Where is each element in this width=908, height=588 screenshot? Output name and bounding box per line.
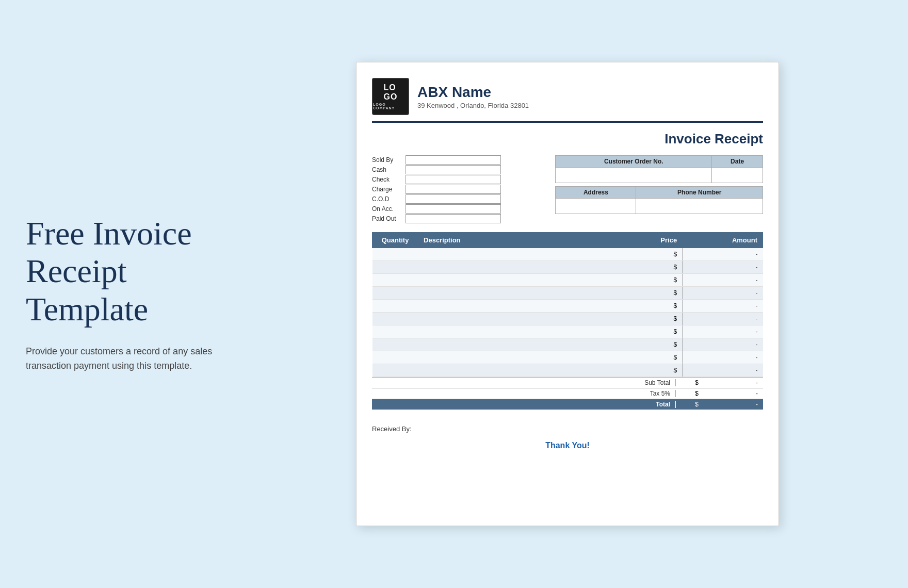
table-row[interactable]: $ - [372,338,763,351]
col-date: Date [712,156,763,168]
table-row[interactable]: $ - [372,287,763,300]
input-onacc[interactable] [406,204,501,214]
total-dollar: $ [675,401,701,408]
table-row[interactable]: $ - [372,248,763,261]
items-table: Quantity Description Price Amount $ - $ … [372,232,763,377]
left-form: Sold By Cash Check Charge C.O.D [372,155,545,224]
description: Provide your customers a record of any s… [26,344,222,374]
cell-amount: - [683,364,763,377]
table-row[interactable]: $ - [372,300,763,313]
input-check[interactable] [406,175,501,184]
cell-amount: - [683,274,763,287]
th-amount: Amount [683,233,763,248]
cell-qty [372,325,418,338]
cell-qty [372,287,418,300]
cell-qty [372,261,418,274]
cell-amount: - [683,325,763,338]
col-phone: Phone Number [636,187,763,199]
cell-order-no[interactable] [556,168,712,183]
lf-row-charge: Charge [372,185,545,194]
lf-row-onacc: On Acc. [372,204,545,214]
lf-row-paidout: Paid Out [372,214,545,223]
th-description: Description [418,233,614,248]
invoice-card: LOGO LOGO COMPANY ABX Name 39 Kenwood , … [356,62,779,526]
company-address: 39 Kenwood , Orlando, Florida 32801 [417,102,529,109]
cell-price: $ [613,261,683,274]
cell-price: $ [613,364,683,377]
order-date-table: Customer Order No. Date [555,155,763,183]
company-name: ABX Name [417,84,529,101]
cell-desc [418,351,614,364]
label-cash: Cash [372,166,406,173]
cell-desc [418,364,614,377]
invoice-header: LOGO LOGO COMPANY ABX Name 39 Kenwood , … [372,78,763,115]
left-panel: Free Invoice Receipt Template Provide yo… [0,184,248,404]
label-paidout: Paid Out [372,215,406,222]
lf-row-check: Check [372,175,545,184]
label-onacc: On Acc. [372,205,406,213]
cell-desc [418,261,614,274]
total-label: Total [572,401,675,408]
cell-price: $ [613,300,683,313]
cell-amount: - [683,261,763,274]
cell-amount: - [683,351,763,364]
th-price: Price [613,233,683,248]
lf-row-cod: C.O.D [372,194,545,204]
table-row[interactable]: $ - [372,274,763,287]
table-row[interactable]: $ - [372,325,763,338]
th-quantity: Quantity [372,233,418,248]
input-cod[interactable] [406,194,501,204]
right-form: Customer Order No. Date Addr [555,155,763,224]
input-cash[interactable] [406,165,501,174]
table-row[interactable]: $ - [372,313,763,325]
received-by: Received By: [372,425,763,433]
cell-price: $ [613,325,683,338]
subtotal-row: Sub Total $ - [372,377,763,388]
cell-qty [372,248,418,261]
table-row[interactable]: $ - [372,351,763,364]
logo-text: LOGO [384,83,398,102]
cell-amount: - [683,313,763,325]
input-charge[interactable] [406,185,501,194]
tax-value: - [701,390,763,397]
invoice-title-row: Invoice Receipt [372,131,763,147]
tax-row: Tax 5% $ - [372,388,763,399]
cell-amount: - [683,287,763,300]
subtotal-dollar: $ [675,379,701,386]
logo-sub: LOGO COMPANY [373,103,408,110]
company-info: ABX Name 39 Kenwood , Orlando, Florida 3… [417,84,529,109]
col-address: Address [556,187,636,199]
cell-qty [372,274,418,287]
invoice-wrapper: LOGO LOGO COMPANY ABX Name 39 Kenwood , … [248,41,908,547]
tax-label: Tax 5% [572,390,675,397]
cell-date[interactable] [712,168,763,183]
cell-desc [418,313,614,325]
cell-desc [418,338,614,351]
label-check: Check [372,176,406,183]
total-row: Total $ - [372,399,763,410]
logo-box: LOGO LOGO COMPANY [372,78,409,115]
cell-amount: - [683,248,763,261]
cell-qty [372,351,418,364]
invoice-footer: Received By: Thank You! [372,420,763,450]
total-value: - [701,401,763,408]
cell-qty [372,313,418,325]
cell-desc [418,248,614,261]
cell-price: $ [613,338,683,351]
cell-price: $ [613,274,683,287]
cell-qty [372,300,418,313]
label-sold-by: Sold By [372,156,406,164]
lf-row-sold-by: Sold By [372,155,545,165]
input-sold-by[interactable] [406,155,501,165]
subtotal-label: Sub Total [572,379,675,386]
form-section: Sold By Cash Check Charge C.O.D [372,155,763,224]
cell-desc [418,325,614,338]
thank-you: Thank You! [372,441,763,450]
table-row[interactable]: $ - [372,364,763,377]
subtotal-value: - [701,379,763,386]
cell-desc [418,300,614,313]
input-paidout[interactable] [406,214,501,223]
cell-phone[interactable] [636,199,763,214]
table-row[interactable]: $ - [372,261,763,274]
cell-address[interactable] [556,199,636,214]
